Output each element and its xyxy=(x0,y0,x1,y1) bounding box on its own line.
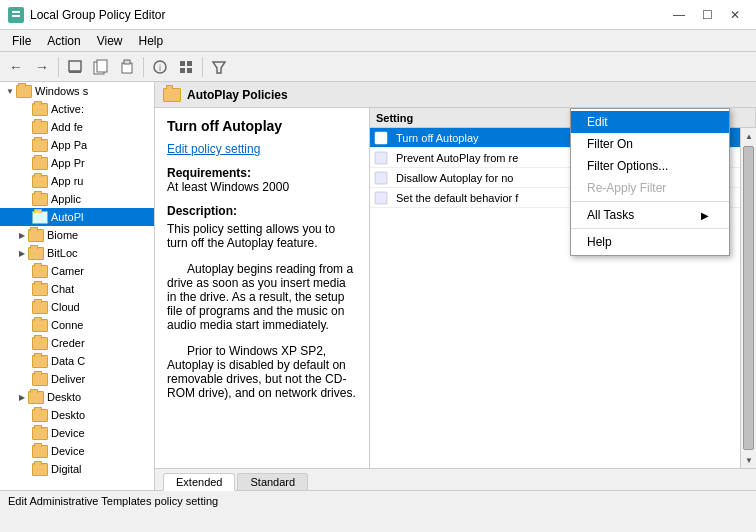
paste-button[interactable] xyxy=(115,55,139,79)
tree-item-device1[interactable]: Device xyxy=(0,424,154,442)
expand-icon[interactable]: ▶ xyxy=(16,391,28,403)
tree-item-device2[interactable]: Device xyxy=(0,442,154,460)
folder-icon xyxy=(32,211,48,224)
tree-item-creder[interactable]: Creder xyxy=(0,334,154,352)
tree-label: Active: xyxy=(51,103,84,115)
policy-header: AutoPlay Policies xyxy=(155,82,756,108)
expand-spacer xyxy=(20,355,32,367)
folder-icon xyxy=(28,229,44,242)
tree-panel: ▼ Windows s Active: Add fe App Pa App Pr xyxy=(0,82,155,490)
up-button[interactable] xyxy=(63,55,87,79)
vertical-scrollbar[interactable]: ▲ ▼ xyxy=(740,128,756,468)
folder-icon xyxy=(32,175,48,188)
minimize-button[interactable]: — xyxy=(666,2,692,28)
view-button[interactable] xyxy=(174,55,198,79)
tree-item-datac[interactable]: Data C xyxy=(0,352,154,370)
policy-title: Turn off Autoplay xyxy=(167,118,357,134)
tree-item-conne[interactable]: Conne xyxy=(0,316,154,334)
menu-file[interactable]: File xyxy=(4,32,39,50)
tabs-bar: Extended Standard xyxy=(155,468,756,490)
ctx-item-filter-on[interactable]: Filter On xyxy=(571,133,729,155)
tree-item-deskto2[interactable]: Deskto xyxy=(0,406,154,424)
submenu-arrow: ▶ xyxy=(701,210,709,221)
ctx-separator-1 xyxy=(571,201,729,202)
tree-item-biome[interactable]: ▶ Biome xyxy=(0,226,154,244)
expand-icon[interactable]: ▶ xyxy=(16,247,28,259)
tree-item-digital[interactable]: Digital xyxy=(0,460,154,478)
tree-item-addfe[interactable]: Add fe xyxy=(0,118,154,136)
tree-item-apppa[interactable]: App Pa xyxy=(0,136,154,154)
expand-icon[interactable]: ▶ xyxy=(16,229,28,241)
tree-item-deliver[interactable]: Deliver xyxy=(0,370,154,388)
ctx-label-all-tasks: All Tasks xyxy=(587,208,634,222)
scroll-down-arrow[interactable]: ▼ xyxy=(741,452,756,468)
scroll-up-arrow[interactable]: ▲ xyxy=(741,128,756,144)
edit-link[interactable]: Edit policy setting xyxy=(167,142,260,156)
expand-spacer xyxy=(20,463,32,475)
tree-label: AutoPl xyxy=(51,211,83,223)
right-panel: AutoPlay Policies Turn off Autoplay Edit… xyxy=(155,82,756,490)
tree-item-cloud[interactable]: Cloud xyxy=(0,298,154,316)
tab-standard[interactable]: Standard xyxy=(237,473,308,490)
tree-label: Camer xyxy=(51,265,84,277)
tree-item-applic[interactable]: Applic xyxy=(0,190,154,208)
ctx-item-edit[interactable]: Edit xyxy=(571,111,729,133)
description-text: This policy setting allows you to turn o… xyxy=(167,222,357,250)
expand-spacer xyxy=(20,103,32,115)
ctx-item-filter-options[interactable]: Filter Options... xyxy=(571,155,729,177)
menu-help[interactable]: Help xyxy=(131,32,172,50)
expand-spacer xyxy=(20,427,32,439)
svg-marker-15 xyxy=(213,62,225,73)
svg-rect-14 xyxy=(187,68,192,73)
title-bar-left: Local Group Policy Editor xyxy=(8,7,165,23)
expand-spacer xyxy=(20,373,32,385)
content-split: Turn off Autoplay Edit policy setting Re… xyxy=(155,108,756,468)
row-icon-cell: 📄 xyxy=(370,131,392,145)
tree-item-windows[interactable]: ▼ Windows s xyxy=(0,82,154,100)
back-button[interactable]: ← xyxy=(4,55,28,79)
forward-button[interactable]: → xyxy=(30,55,54,79)
ctx-item-reapply: Re-Apply Filter xyxy=(571,177,729,199)
filter-button[interactable] xyxy=(207,55,231,79)
folder-icon xyxy=(32,103,48,116)
folder-icon xyxy=(32,139,48,152)
description-section: Description: This policy setting allows … xyxy=(167,204,357,250)
tree-item-deskto1[interactable]: ▶ Deskto xyxy=(0,388,154,406)
svg-rect-1 xyxy=(12,11,20,13)
ctx-label-filter-options: Filter Options... xyxy=(587,159,668,173)
tree-item-active[interactable]: Active: xyxy=(0,100,154,118)
scroll-thumb[interactable] xyxy=(743,146,754,450)
tree-item-camer[interactable]: Camer xyxy=(0,262,154,280)
expand-spacer xyxy=(20,409,32,421)
toolbar-separator-3 xyxy=(202,57,203,77)
menu-action[interactable]: Action xyxy=(39,32,88,50)
maximize-button[interactable]: ☐ xyxy=(694,2,720,28)
tree-label: Conne xyxy=(51,319,83,331)
status-bar: Edit Administrative Templates policy set… xyxy=(0,490,756,510)
folder-icon xyxy=(32,427,48,440)
policy-folder-title: AutoPlay Policies xyxy=(187,88,288,102)
tree-item-chat[interactable]: Chat xyxy=(0,280,154,298)
tree-item-bitloc[interactable]: ▶ BitLoc xyxy=(0,244,154,262)
svg-rect-19 xyxy=(375,172,387,184)
ctx-item-all-tasks[interactable]: All Tasks ▶ xyxy=(571,204,729,226)
folder-icon xyxy=(32,319,48,332)
policy-icon xyxy=(374,191,388,205)
description-extra1: Autoplay begins reading from a drive as … xyxy=(167,262,357,332)
tree-item-autopl[interactable]: AutoPl xyxy=(0,208,154,226)
ctx-item-help[interactable]: Help xyxy=(571,231,729,253)
close-button[interactable]: ✕ xyxy=(722,2,748,28)
tab-extended[interactable]: Extended xyxy=(163,473,235,491)
folder-icon xyxy=(32,283,48,296)
expand-icon[interactable]: ▼ xyxy=(4,85,16,97)
ctx-label-edit: Edit xyxy=(587,115,608,129)
menu-view[interactable]: View xyxy=(89,32,131,50)
properties-button[interactable]: i xyxy=(148,55,172,79)
tree-item-apppr[interactable]: App Pr xyxy=(0,154,154,172)
copy-button[interactable] xyxy=(89,55,113,79)
tree-label: BitLoc xyxy=(47,247,78,259)
folder-icon xyxy=(32,193,48,206)
app-icon xyxy=(8,7,24,23)
tree-item-appru[interactable]: App ru xyxy=(0,172,154,190)
svg-rect-4 xyxy=(69,71,81,73)
